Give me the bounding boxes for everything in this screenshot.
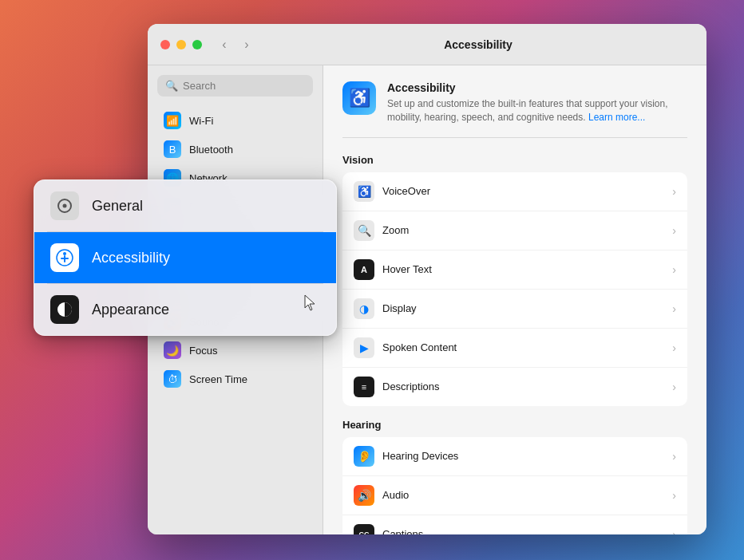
- accessibility-header-icon: ♿: [342, 81, 376, 115]
- descriptions-chevron: ›: [672, 381, 676, 393]
- titlebar: ‹ › Accessibility: [148, 24, 706, 65]
- voiceover-row[interactable]: ♿ VoiceOver ›: [342, 172, 687, 211]
- captions-icon: CC: [354, 524, 374, 534]
- sidebar-label-screentime: Screen Time: [189, 373, 247, 385]
- accessibility-popup-icon: [50, 243, 79, 272]
- back-button[interactable]: ‹: [215, 35, 234, 54]
- sidebar-item-bluetooth[interactable]: B Bluetooth: [152, 135, 318, 164]
- search-input[interactable]: [183, 80, 305, 92]
- wifi-icon: 📶: [164, 112, 181, 129]
- audio-icon: 🔊: [354, 485, 374, 506]
- popup-item-general[interactable]: General: [34, 180, 336, 231]
- svg-point-1: [63, 204, 67, 208]
- search-icon: 🔍: [165, 80, 178, 92]
- sidebar-popup: General Accessibility Appearance: [34, 179, 337, 336]
- sidebar-label-focus: Focus: [189, 345, 217, 357]
- popup-item-appearance[interactable]: Appearance: [34, 284, 336, 335]
- zoom-chevron: ›: [672, 224, 676, 237]
- detail-header: ♿ Accessibility Set up and customize the…: [342, 81, 687, 138]
- screentime-icon: ⏱: [164, 370, 181, 388]
- audio-row[interactable]: 🔊 Audio ›: [342, 476, 687, 515]
- display-row[interactable]: ◑ Display ›: [342, 290, 687, 329]
- window-title: Accessibility: [263, 38, 694, 51]
- captions-label: Captions: [382, 528, 672, 534]
- general-popup-icon: [50, 191, 79, 220]
- spokencontent-icon: ▶: [354, 337, 374, 358]
- search-bar[interactable]: 🔍: [157, 75, 313, 97]
- hovertext-chevron: ›: [672, 263, 676, 276]
- vision-settings-group: ♿ VoiceOver › 🔍 Zoom › A Hover Text › ◑ …: [342, 172, 687, 406]
- zoom-label: Zoom: [382, 224, 672, 236]
- hearing-settings-group: 👂 Hearing Devices › 🔊 Audio › CC Caption…: [342, 437, 687, 534]
- spokencontent-row[interactable]: ▶ Spoken Content ›: [342, 329, 687, 368]
- display-chevron: ›: [672, 302, 676, 315]
- hearingdevices-icon: 👂: [354, 446, 374, 467]
- descriptions-icon: ≡: [354, 377, 374, 397]
- hearingdevices-row[interactable]: 👂 Hearing Devices ›: [342, 437, 687, 476]
- maximize-button[interactable]: [192, 40, 202, 49]
- zoom-row[interactable]: 🔍 Zoom ›: [342, 211, 687, 250]
- display-icon: ◑: [354, 298, 374, 319]
- bluetooth-icon: B: [164, 140, 181, 158]
- sidebar-item-screentime[interactable]: ⏱ Screen Time: [152, 365, 318, 393]
- hovertext-label: Hover Text: [382, 263, 672, 275]
- descriptions-row[interactable]: ≡ Descriptions ›: [342, 368, 687, 406]
- sidebar-item-wifi[interactable]: 📶 Wi-Fi: [152, 106, 318, 135]
- appearance-popup-icon: [50, 295, 79, 324]
- sidebar-item-focus[interactable]: 🌙 Focus: [152, 336, 318, 365]
- voiceover-label: VoiceOver: [382, 185, 672, 197]
- audio-label: Audio: [382, 489, 672, 501]
- detail-panel: ♿ Accessibility Set up and customize the…: [323, 65, 706, 534]
- detail-description: Set up and customize the built-in featur…: [387, 97, 687, 124]
- forward-button[interactable]: ›: [237, 35, 256, 54]
- popup-general-label: General: [92, 198, 143, 215]
- minimize-button[interactable]: [176, 40, 186, 49]
- popup-item-accessibility[interactable]: Accessibility: [34, 232, 336, 283]
- nav-buttons: ‹ ›: [215, 35, 256, 54]
- hovertext-icon: A: [354, 259, 374, 280]
- voiceover-chevron: ›: [672, 185, 676, 198]
- vision-section-header: Vision: [342, 154, 687, 166]
- hearing-section-header: Hearing: [342, 419, 687, 431]
- close-button[interactable]: [160, 40, 170, 49]
- learn-more-link[interactable]: Learn more...: [588, 112, 645, 123]
- voiceover-icon: ♿: [354, 181, 374, 202]
- detail-title: Accessibility: [387, 81, 687, 94]
- hovertext-row[interactable]: A Hover Text ›: [342, 250, 687, 290]
- popup-accessibility-label: Accessibility: [92, 250, 170, 266]
- captions-chevron: ›: [672, 528, 676, 534]
- detail-header-text: Accessibility Set up and customize the b…: [387, 81, 687, 124]
- display-label: Display: [382, 302, 672, 314]
- sidebar-label-bluetooth: Bluetooth: [189, 144, 233, 156]
- popup-appearance-label: Appearance: [92, 302, 169, 318]
- hearingdevices-label: Hearing Devices: [382, 450, 672, 462]
- focus-icon: 🌙: [164, 341, 181, 359]
- spokencontent-label: Spoken Content: [382, 341, 672, 353]
- hearingdevices-chevron: ›: [672, 450, 676, 463]
- descriptions-label: Descriptions: [382, 381, 672, 392]
- spokencontent-chevron: ›: [672, 341, 676, 354]
- sidebar-label-wifi: Wi-Fi: [189, 115, 213, 127]
- zoom-icon: 🔍: [354, 220, 374, 241]
- captions-row[interactable]: CC Captions ›: [342, 515, 687, 534]
- svg-point-3: [63, 252, 66, 255]
- audio-chevron: ›: [672, 489, 676, 502]
